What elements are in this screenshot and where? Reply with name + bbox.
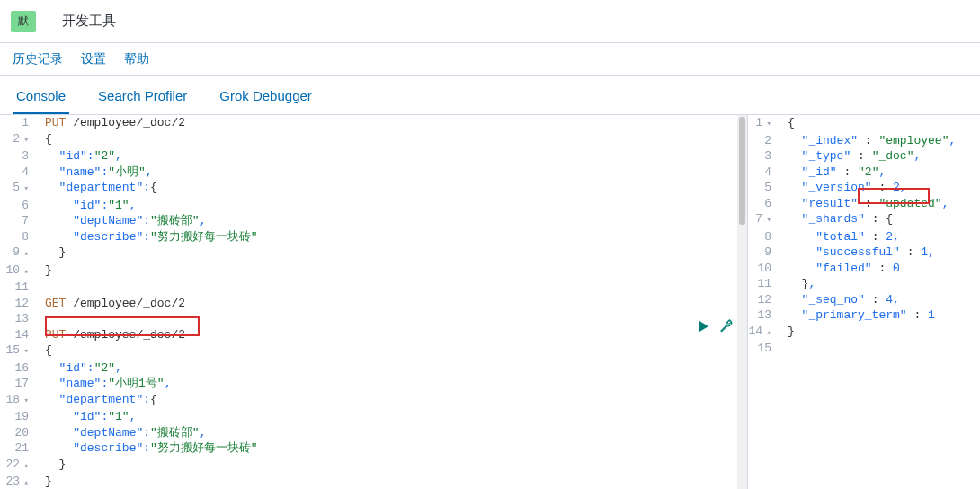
response-line[interactable]: 9 "successful" : 1, — [748, 244, 980, 261]
code-content[interactable]: "describe":"努力搬好每一块砖" — [38, 229, 747, 245]
editor-line[interactable]: 14PUT /employee/_doc/2 — [0, 327, 747, 343]
response-line[interactable]: 12 "_seq_no" : 4, — [748, 292, 980, 308]
editor-line[interactable]: 22▴ } — [0, 457, 747, 475]
code-content[interactable]: }, — [780, 276, 980, 292]
tab-console[interactable]: Console — [13, 79, 69, 114]
response-line[interactable]: 4 "_id" : "2", — [748, 164, 980, 181]
fold-icon[interactable]: ▴ — [22, 246, 29, 262]
code-content[interactable] — [38, 311, 747, 327]
code-content[interactable]: "deptName":"搬砖部", — [38, 425, 747, 441]
editor-line[interactable]: 21 "describe":"努力搬好每一块砖" — [0, 440, 747, 457]
code-content[interactable]: "name":"小明", — [38, 164, 747, 181]
editor-line[interactable]: 6 "id":"1", — [0, 198, 747, 214]
response-line[interactable]: 11 }, — [748, 276, 980, 292]
editor-line[interactable]: 20 "deptName":"搬砖部", — [0, 425, 747, 441]
code-content[interactable]: { — [38, 342, 747, 360]
code-content[interactable]: "department":{ — [38, 180, 747, 198]
editor-line[interactable]: 13 — [0, 311, 747, 327]
editor-line[interactable]: 16 "id":"2", — [0, 360, 747, 377]
fold-icon[interactable]: ▴ — [22, 264, 29, 280]
code-content[interactable]: "successful" : 1, — [780, 244, 980, 261]
editor-line[interactable]: 2▾{ — [0, 131, 747, 149]
response-line[interactable]: 8 "total" : 2, — [748, 229, 980, 245]
code-content[interactable]: } — [38, 474, 747, 489]
subnav-help[interactable]: 帮助 — [124, 51, 149, 67]
editor-line[interactable]: 17 "name":"小明1号", — [0, 376, 747, 392]
fold-icon[interactable]: ▾ — [764, 117, 771, 133]
code-content[interactable]: "_version" : 2, — [780, 180, 980, 196]
editor-line[interactable]: 23▴} — [0, 474, 747, 489]
subnav-history[interactable]: 历史记录 — [13, 51, 63, 67]
code-content[interactable]: { — [780, 115, 980, 133]
response-viewer[interactable]: 1▾{2 "_index" : "employee",3 "_type" : "… — [748, 115, 980, 489]
code-content[interactable]: "_seq_no" : 4, — [780, 292, 980, 308]
code-content[interactable]: "id":"1", — [38, 409, 747, 425]
editor-line[interactable]: 11 — [0, 280, 747, 296]
response-line[interactable]: 7▾ "_shards" : { — [748, 211, 980, 229]
line-number: 2 — [748, 133, 780, 149]
response-line[interactable]: 3 "_type" : "_doc", — [748, 148, 980, 164]
space-badge[interactable]: 默 — [11, 11, 36, 32]
response-line[interactable]: 1▾{ — [748, 115, 980, 133]
editor-scrollbar[interactable] — [737, 115, 747, 489]
code-content[interactable]: "result" : "updated", — [780, 196, 980, 212]
editor-line[interactable]: 1PUT /employee/_doc/2 — [0, 115, 747, 131]
fold-icon[interactable]: ▴ — [22, 476, 29, 489]
response-line[interactable]: 5 "_version" : 2, — [748, 180, 980, 196]
code-content[interactable]: "_type" : "_doc", — [780, 148, 980, 164]
code-content[interactable]: "department":{ — [38, 392, 747, 410]
subnav-settings[interactable]: 设置 — [81, 51, 106, 67]
fold-icon[interactable]: ▴ — [22, 458, 29, 475]
code-content[interactable]: } — [38, 262, 747, 280]
editor-line[interactable]: 19 "id":"1", — [0, 409, 747, 425]
editor-line[interactable]: 18▾ "department":{ — [0, 392, 747, 410]
code-content[interactable]: "id":"2", — [38, 148, 747, 164]
editor-line[interactable]: 3 "id":"2", — [0, 148, 747, 164]
code-content[interactable]: "failed" : 0 — [780, 261, 980, 277]
editor-line[interactable]: 9▴ } — [0, 244, 747, 262]
request-editor[interactable]: 1PUT /employee/_doc/22▾{3 "id":"2",4 "na… — [0, 115, 748, 489]
editor-line[interactable]: 10▴} — [0, 262, 747, 280]
tab-grok-debugger[interactable]: Grok Debugger — [216, 79, 316, 114]
code-content[interactable]: "deptName":"搬砖部", — [38, 213, 747, 229]
code-content[interactable]: PUT /employee/_doc/2 — [38, 115, 747, 131]
response-line[interactable]: 10 "failed" : 0 — [748, 261, 980, 277]
editor-line[interactable]: 5▾ "department":{ — [0, 180, 747, 198]
wrench-icon[interactable] — [719, 319, 733, 333]
tab-search-profiler[interactable]: Search Profiler — [94, 79, 191, 114]
code-content[interactable]: } — [780, 324, 980, 342]
code-content[interactable]: "describe":"努力搬好每一块砖" — [38, 440, 747, 457]
fold-icon[interactable]: ▾ — [764, 213, 771, 229]
response-line[interactable]: 6 "result" : "updated", — [748, 196, 980, 212]
fold-icon[interactable]: ▾ — [22, 182, 29, 198]
play-icon[interactable] — [698, 320, 710, 333]
code-content[interactable]: "_index" : "employee", — [780, 133, 980, 149]
code-content[interactable] — [38, 280, 747, 296]
response-line[interactable]: 15 — [748, 341, 980, 357]
fold-icon[interactable]: ▴ — [764, 325, 771, 342]
editor-line[interactable]: 7 "deptName":"搬砖部", — [0, 213, 747, 229]
fold-icon[interactable]: ▾ — [22, 344, 29, 360]
code-content[interactable]: "_primary_term" : 1 — [780, 307, 980, 324]
editor-line[interactable]: 15▾{ — [0, 342, 747, 360]
code-content[interactable]: "name":"小明1号", — [38, 376, 747, 392]
code-content[interactable] — [780, 341, 980, 357]
code-content[interactable]: "_id" : "2", — [780, 164, 980, 181]
code-content[interactable]: "id":"2", — [38, 360, 747, 377]
code-content[interactable]: GET /employee/_doc/2 — [38, 296, 747, 312]
editor-line[interactable]: 12GET /employee/_doc/2 — [0, 296, 747, 312]
code-content[interactable]: "id":"1", — [38, 198, 747, 214]
code-content[interactable]: { — [38, 131, 747, 149]
response-line[interactable]: 13 "_primary_term" : 1 — [748, 307, 980, 324]
response-line[interactable]: 2 "_index" : "employee", — [748, 133, 980, 149]
code-content[interactable]: "total" : 2, — [780, 229, 980, 245]
fold-icon[interactable]: ▾ — [22, 394, 29, 410]
code-content[interactable]: "_shards" : { — [780, 211, 980, 229]
response-line[interactable]: 14▴} — [748, 324, 980, 342]
code-content[interactable]: PUT /employee/_doc/2 — [38, 327, 747, 343]
editor-line[interactable]: 8 "describe":"努力搬好每一块砖" — [0, 229, 747, 245]
fold-icon[interactable]: ▾ — [22, 133, 29, 149]
code-content[interactable]: } — [38, 457, 747, 475]
editor-line[interactable]: 4 "name":"小明", — [0, 164, 747, 181]
code-content[interactable]: } — [38, 244, 747, 262]
